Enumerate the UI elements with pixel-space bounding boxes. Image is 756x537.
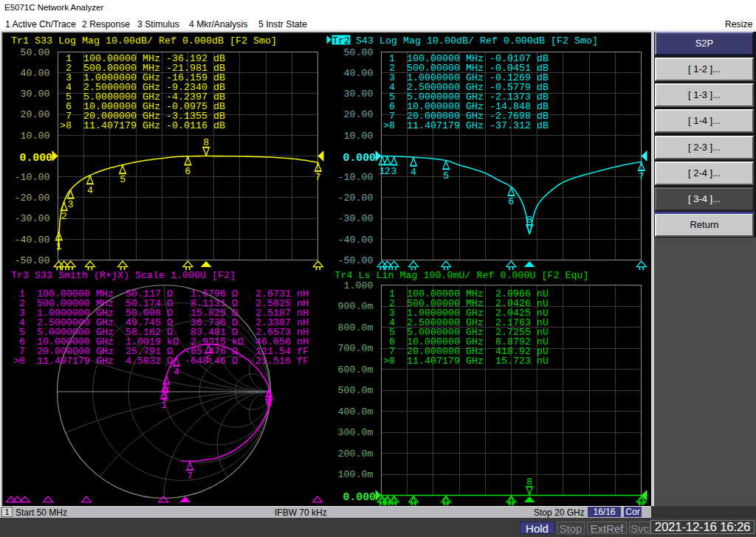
svg-text:50.00: 50.00 — [21, 47, 50, 58]
svg-text:7: 7 — [315, 172, 321, 183]
svg-text:-30.00: -30.00 — [338, 213, 374, 224]
svg-text:4: 4 — [87, 185, 93, 196]
svg-text:-40.00: -40.00 — [338, 235, 374, 246]
svg-text:900.0m: 900.0m — [338, 301, 374, 312]
svg-text:3: 3 — [68, 199, 74, 210]
svg-text:8: 8 — [526, 477, 532, 488]
svg-text:10.00: 10.00 — [344, 131, 374, 142]
svg-text:-10.00: -10.00 — [15, 172, 50, 183]
svg-text:-40.00: -40.00 — [15, 235, 50, 246]
svg-text:700.0m: 700.0m — [338, 343, 374, 354]
svg-text:800.0m: 800.0m — [338, 322, 374, 333]
svg-text:5: 5 — [206, 354, 212, 365]
svg-text:3: 3 — [391, 166, 397, 177]
svg-text:500.0m: 500.0m — [338, 385, 374, 396]
svg-text:0.000: 0.000 — [343, 152, 377, 164]
svg-text:-20.00: -20.00 — [338, 193, 374, 204]
svg-text:2: 2 — [385, 166, 391, 177]
svg-text:0.000: 0.000 — [20, 152, 53, 164]
svg-text:400.0m: 400.0m — [338, 406, 374, 418]
svg-text:30.00: 30.00 — [344, 89, 374, 100]
svg-text:40.00: 40.00 — [21, 68, 50, 79]
svg-text:4: 4 — [173, 367, 179, 378]
svg-text:-30.00: -30.00 — [15, 213, 50, 224]
svg-text:Tr1 S33 Log Mag 10.00dB/ Ref 0: Tr1 S33 Log Mag 10.00dB/ Ref 0.000dB [F2… — [11, 35, 277, 46]
svg-text:30.00: 30.00 — [21, 89, 50, 100]
svg-text:300.0m: 300.0m — [338, 427, 374, 438]
svg-text:50.00: 50.00 — [344, 47, 374, 58]
svg-text:Tr4 Ls Lin Mag 100.0mU/ Ref 0.: Tr4 Ls Lin Mag 100.0mU/ Ref 0.000U [F2 E… — [335, 270, 589, 281]
svg-text:2: 2 — [61, 211, 67, 222]
svg-text:8: 8 — [266, 389, 272, 400]
svg-text:6: 6 — [185, 166, 190, 177]
svg-text:100.0m: 100.0m — [338, 469, 374, 480]
svg-text:-10.00: -10.00 — [338, 172, 374, 183]
svg-text:5: 5 — [443, 170, 449, 181]
svg-text:0.000: 0.000 — [343, 491, 377, 503]
svg-text:3: 3 — [164, 385, 170, 396]
svg-text:8: 8 — [526, 215, 532, 226]
svg-text:Tr3 S33 Smith (R+jX) Scale 1.0: Tr3 S33 Smith (R+jX) Scale 1.000U [F2] — [11, 270, 236, 281]
svg-text:7: 7 — [187, 471, 193, 482]
svg-text:1.000: 1.000 — [344, 280, 374, 291]
svg-text:-50.00: -50.00 — [338, 255, 374, 266]
svg-text:Tr2: Tr2 — [332, 35, 350, 46]
svg-text:1: 1 — [56, 241, 62, 252]
svg-text:5: 5 — [120, 174, 126, 185]
svg-text:>8 11.407179 GHz 15.723 nU: >8 11.407179 GHz 15.723 nU — [383, 356, 549, 367]
svg-text:40.00: 40.00 — [344, 68, 374, 79]
svg-text:8: 8 — [203, 137, 209, 148]
svg-text:-50.00: -50.00 — [15, 255, 50, 266]
svg-text:10.00: 10.00 — [21, 131, 50, 142]
svg-text:200.0m: 200.0m — [338, 448, 374, 460]
svg-text:600.0m: 600.0m — [338, 364, 374, 375]
svg-text:20.00: 20.00 — [344, 109, 374, 120]
svg-text:>8 11.407179 GHz 4.5832 Ω -: >8 11.407179 GHz 4.5832 Ω -648.46 Ω 21.5… — [13, 356, 309, 367]
svg-text:-20.00: -20.00 — [15, 193, 50, 204]
svg-text:4: 4 — [410, 167, 416, 178]
svg-text:6: 6 — [508, 196, 514, 207]
svg-text:>8 11.407179 GHz -0.0116 dB: >8 11.407179 GHz -0.0116 dB — [60, 120, 225, 131]
svg-text:S43 Log Mag 10.00dB/ Ref 0.000: S43 Log Mag 10.00dB/ Ref 0.000dB [F2 Smo… — [350, 35, 598, 46]
svg-text:20.00: 20.00 — [21, 109, 50, 120]
svg-text:7: 7 — [639, 171, 645, 182]
svg-text:>8 11.407179 GHz -37.312 dB: >8 11.407179 GHz -37.312 dB — [383, 120, 549, 131]
